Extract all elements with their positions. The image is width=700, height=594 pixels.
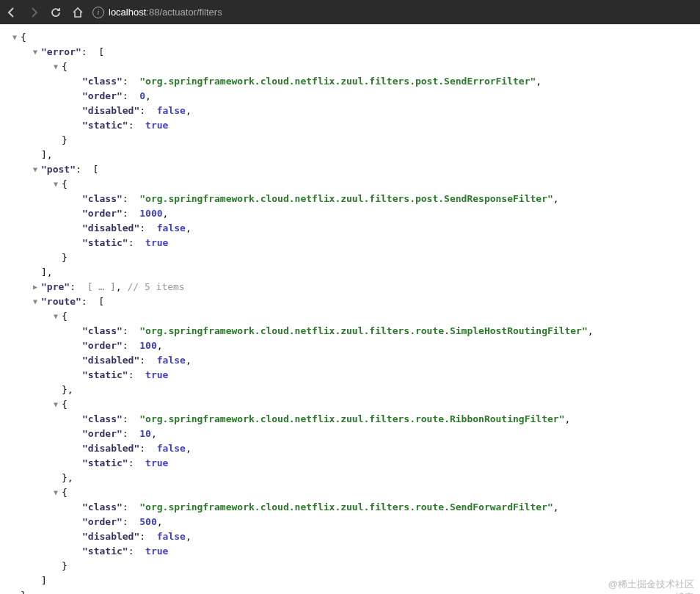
json-key: "class" [82,324,123,338]
bracket-close: ] [41,573,47,588]
json-comment: // 5 items [127,280,184,294]
json-key: "pre" [41,280,70,294]
toggle-root[interactable]: ▼ [10,33,19,42]
brace-close: } [62,559,68,573]
json-value: true [145,368,168,383]
json-value: 0 [139,89,145,104]
json-key: "class" [82,412,123,427]
json-key: "order" [82,206,123,221]
json-key: "order" [82,338,123,353]
json-value: true [145,236,168,250]
json-value: 100 [139,338,156,353]
json-value: false [157,529,186,544]
brace-open: { [62,397,68,412]
json-value: "org.springframework.cloud.netflix.zuul.… [139,74,536,89]
json-key: "post" [41,162,76,177]
json-key: "static" [82,456,128,471]
json-value: false [157,221,186,236]
info-icon[interactable]: i [92,7,104,18]
collapsed-array[interactable]: [ … ] [87,280,116,294]
browser-bar: i localhost:88/actuator/filters [0,0,700,24]
toggle-post-0[interactable]: ▼ [51,180,60,189]
json-value: true [145,118,168,133]
json-viewer: ▼{ ▼"error": [ ▼{ "class": "org.springfr… [0,24,700,594]
json-value: true [145,456,168,471]
json-key: "static" [82,236,128,250]
json-key: "order" [82,89,123,104]
brace-close: }, [62,383,73,397]
json-value: true [145,544,168,559]
forward-icon[interactable] [28,7,40,18]
brace-close: } [62,133,68,148]
url-text: localhost:88/actuator/filters [109,7,222,18]
brace-open: { [62,309,68,324]
json-value: false [157,353,186,368]
brace-close: } [21,588,26,594]
json-key: "static" [82,544,128,559]
json-key: "static" [82,368,128,383]
brace-open: { [21,30,26,45]
reload-icon[interactable] [50,7,62,18]
json-key: "disabled" [82,529,139,544]
brace-open: { [62,485,68,500]
json-key: "order" [82,427,123,441]
brace-open: { [62,177,68,192]
json-key: "class" [82,74,123,89]
url-bar[interactable]: i localhost:88/actuator/filters [92,7,694,18]
toggle-post[interactable]: ▼ [31,165,40,174]
toggle-error[interactable]: ▼ [31,48,40,57]
json-value: "org.springframework.cloud.netflix.zuul.… [139,412,564,427]
json-key: "class" [82,500,123,515]
brace-close: }, [62,471,73,485]
json-value: "org.springframework.cloud.netflix.zuul.… [139,324,587,338]
toggle-route-2[interactable]: ▼ [51,488,60,497]
json-value: 10 [139,427,151,441]
json-value: "org.springframework.cloud.netflix.zuul.… [139,500,553,515]
json-key: "disabled" [82,104,139,118]
json-key: "error" [41,45,81,59]
bracket-close: ], [41,265,53,280]
watermark: @稀土掘金技术社区 @51CTO博客 [608,578,694,594]
back-icon[interactable] [6,7,18,18]
json-value: false [157,104,186,118]
json-value: false [157,441,186,456]
json-value: 1000 [139,206,162,221]
json-key: "static" [82,118,128,133]
toggle-route-0[interactable]: ▼ [51,312,60,321]
brace-open: { [62,59,68,74]
json-key: "disabled" [82,353,139,368]
toggle-pre[interactable]: ▶ [31,283,40,291]
home-icon[interactable] [72,7,84,18]
json-key: "route" [41,294,81,309]
json-key: "order" [82,515,123,529]
toggle-error-0[interactable]: ▼ [51,62,60,71]
bracket-close: ], [41,148,53,162]
json-key: "disabled" [82,441,139,456]
nav-icons [6,7,84,18]
brace-close: } [62,250,68,265]
json-value: 500 [139,515,156,529]
json-value: "org.springframework.cloud.netflix.zuul.… [139,192,553,206]
json-key: "disabled" [82,221,139,236]
json-key: "class" [82,192,123,206]
toggle-route[interactable]: ▼ [31,297,40,306]
toggle-route-1[interactable]: ▼ [51,400,60,409]
